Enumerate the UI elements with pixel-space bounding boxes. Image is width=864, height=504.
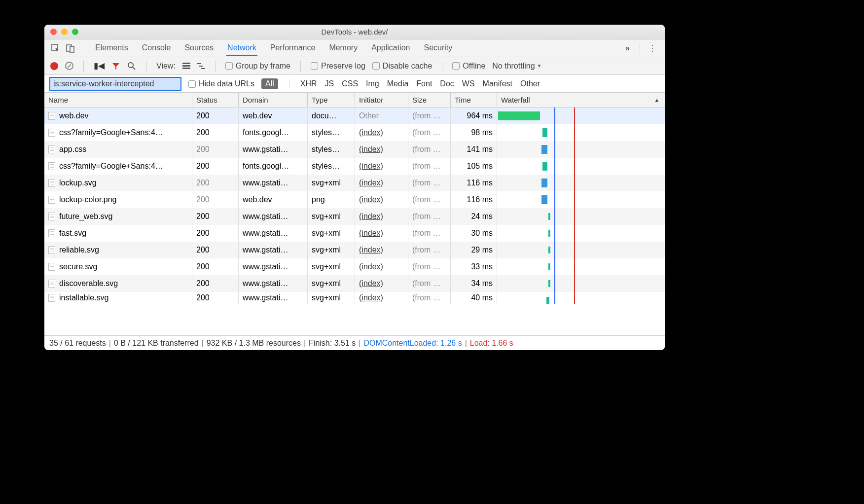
request-type: styles… (308, 158, 355, 175)
filter-type-doc[interactable]: Doc (440, 79, 454, 88)
column-time[interactable]: Time (451, 93, 497, 107)
column-size[interactable]: Size (408, 93, 451, 107)
table-row[interactable]: future_web.svg200www.gstati…svg+xml(inde… (44, 208, 665, 225)
disable-cache-checkbox[interactable]: Disable cache (372, 62, 432, 71)
request-name: css?family=Google+Sans:4… (59, 162, 163, 171)
table-row[interactable]: fast.svg200www.gstati…svg+xml(index)(fro… (44, 225, 665, 242)
hide-data-urls-checkbox[interactable]: Hide data URLs (188, 79, 254, 88)
request-initiator[interactable]: (index) (359, 212, 383, 221)
minimize-icon[interactable] (61, 29, 68, 35)
request-time: 98 ms (451, 124, 497, 141)
tab-memory[interactable]: Memory (328, 40, 359, 56)
status-dcl: DOMContentLoaded: 1.26 s (363, 339, 462, 348)
device-toolbar-icon[interactable] (66, 44, 75, 53)
filter-type-js[interactable]: JS (325, 79, 334, 88)
request-initiator[interactable]: (index) (359, 128, 383, 137)
waterfall-view-icon[interactable] (197, 63, 205, 70)
titlebar: DevTools - web.dev/ (44, 25, 665, 39)
maximize-icon[interactable] (72, 29, 78, 35)
clear-button[interactable] (65, 62, 73, 70)
filter-type-all[interactable]: All (261, 78, 278, 89)
request-type: svg+xml (308, 175, 355, 191)
table-row[interactable]: css?family=Google+Sans:4…200fonts.googl…… (44, 124, 665, 141)
filter-type-img[interactable]: Img (366, 79, 379, 88)
table-row[interactable]: css?family=Google+Sans:4…200fonts.googl…… (44, 158, 665, 175)
request-status: 200 (192, 191, 239, 208)
request-initiator[interactable]: (index) (359, 246, 383, 254)
tab-elements[interactable]: Elements (94, 40, 129, 56)
separator (300, 61, 301, 72)
request-initiator[interactable]: (index) (359, 279, 383, 288)
preserve-log-checkbox[interactable]: Preserve log (311, 62, 365, 71)
search-icon[interactable] (127, 62, 136, 71)
request-name: future_web.svg (59, 212, 113, 221)
request-initiator[interactable]: (index) (359, 229, 383, 238)
request-initiator[interactable]: (index) (359, 162, 383, 171)
tab-network[interactable]: Network (226, 40, 257, 56)
file-icon (48, 196, 55, 204)
separator (640, 43, 640, 54)
tab-sources[interactable]: Sources (183, 40, 215, 56)
separator (442, 61, 442, 72)
devtools-window: DevTools - web.dev/ ElementsConsoleSourc… (44, 25, 665, 350)
more-tabs-icon[interactable]: » (620, 44, 635, 53)
request-initiator[interactable]: (index) (359, 262, 383, 271)
filter-type-other[interactable]: Other (520, 79, 540, 88)
tab-console[interactable]: Console (141, 40, 172, 56)
table-row[interactable]: reliable.svg200www.gstati…svg+xml(index)… (44, 242, 665, 258)
throttling-select[interactable]: No throttling▼ (492, 62, 541, 71)
filter-type-media[interactable]: Media (387, 79, 409, 88)
request-status: 200 (192, 124, 239, 141)
filter-type-css[interactable]: CSS (342, 79, 358, 88)
filter-input[interactable] (49, 77, 181, 91)
request-time: 141 ms (451, 141, 497, 158)
request-waterfall (497, 108, 665, 124)
separator (215, 61, 216, 72)
request-initiator[interactable]: (index) (359, 293, 383, 302)
request-size: (from … (408, 191, 451, 208)
tab-application[interactable]: Application (370, 40, 411, 56)
table-row[interactable]: lockup-color.png200web.devpng(index)(fro… (44, 191, 665, 208)
request-initiator[interactable]: (index) (359, 145, 383, 154)
tab-security[interactable]: Security (423, 40, 453, 56)
large-rows-icon[interactable] (182, 63, 190, 70)
column-waterfall[interactable]: Waterfall▲ (497, 93, 665, 107)
kebab-menu-icon[interactable]: ⋮ (645, 43, 660, 54)
tab-performance[interactable]: Performance (269, 40, 317, 56)
table-row[interactable]: app.css200www.gstati…styles…(index)(from… (44, 141, 665, 158)
record-button[interactable] (50, 62, 58, 70)
table-row[interactable]: installable.svg200www.gstati…svg+xml(ind… (44, 292, 665, 304)
group-by-frame-checkbox[interactable]: Group by frame (225, 62, 290, 71)
column-name[interactable]: Name (44, 93, 192, 107)
column-initiator[interactable]: Initiator (355, 93, 408, 107)
filter-icon[interactable] (111, 62, 120, 71)
request-initiator[interactable]: (index) (359, 195, 383, 204)
column-type[interactable]: Type (308, 93, 355, 107)
request-status: 200 (192, 141, 239, 158)
request-time: 30 ms (451, 225, 497, 242)
request-initiator[interactable]: (index) (359, 179, 383, 187)
table-row[interactable]: web.dev200web.devdocu…Other(from …964 ms (44, 108, 665, 124)
request-waterfall (497, 191, 665, 208)
request-domain: www.gstati… (239, 258, 308, 275)
column-status[interactable]: Status (192, 93, 239, 107)
status-resources: 932 KB / 1.3 MB resources (207, 339, 301, 348)
table-row[interactable]: secure.svg200www.gstati…svg+xml(index)(f… (44, 258, 665, 275)
filter-type-ws[interactable]: WS (462, 79, 475, 88)
inspect-element-icon[interactable] (51, 44, 60, 53)
panel-tabbar: ElementsConsoleSourcesNetworkPerformance… (44, 39, 665, 57)
request-status: 200 (192, 292, 239, 304)
filter-type-manifest[interactable]: Manifest (483, 79, 512, 88)
table-row[interactable]: discoverable.svg200www.gstati…svg+xml(in… (44, 275, 665, 292)
filter-type-xhr[interactable]: XHR (300, 79, 317, 88)
close-icon[interactable] (50, 29, 57, 35)
offline-checkbox[interactable]: Offline (452, 62, 485, 71)
table-row[interactable]: lockup.svg200www.gstati…svg+xml(index)(f… (44, 175, 665, 191)
filter-type-font[interactable]: Font (416, 79, 432, 88)
camera-icon[interactable]: ▮◀ (94, 61, 105, 71)
request-waterfall (497, 124, 665, 141)
column-domain[interactable]: Domain (239, 93, 308, 107)
request-name: app.css (59, 145, 86, 154)
request-domain: www.gstati… (239, 141, 308, 158)
request-time: 24 ms (451, 208, 497, 225)
